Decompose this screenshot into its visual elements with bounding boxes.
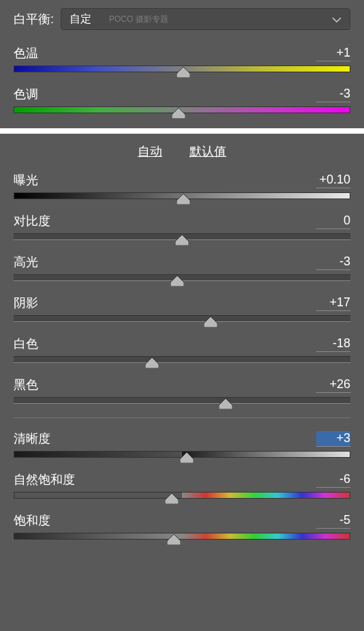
exposure-label: 曝光	[14, 172, 38, 188]
clarity-slider-row: 清晰度 +3	[14, 430, 350, 458]
clarity-value[interactable]: +3	[316, 431, 350, 447]
white-balance-row: 白平衡: 自定 POCO 摄影专题	[14, 8, 350, 30]
chevron-down-icon	[332, 13, 342, 25]
temperature-slider-row: 色温 +1	[14, 45, 350, 72]
saturation-value[interactable]: -5	[316, 513, 350, 529]
links-row: 自动 默认值	[14, 134, 350, 172]
temperature-label: 色温	[14, 45, 38, 61]
saturation-slider[interactable]	[14, 533, 350, 540]
section-divider-white	[0, 128, 364, 134]
blacks-slider[interactable]	[14, 397, 350, 404]
exposure-slider[interactable]	[14, 192, 350, 199]
blacks-thumb[interactable]	[219, 398, 232, 409]
vibrance-value[interactable]: -6	[316, 472, 350, 488]
temperature-slider[interactable]	[14, 65, 350, 72]
exposure-value[interactable]: +0.10	[316, 173, 350, 188]
saturation-label: 饱和度	[14, 512, 50, 529]
vibrance-label: 自然饱和度	[14, 471, 75, 488]
exposure-slider-row: 曝光 +0.10	[14, 172, 350, 199]
contrast-label: 对比度	[14, 213, 50, 229]
tint-thumb[interactable]	[172, 108, 185, 119]
temperature-thumb[interactable]	[177, 67, 190, 78]
auto-link[interactable]: 自动	[138, 143, 162, 160]
contrast-slider-row: 对比度 0	[14, 213, 350, 240]
blacks-label: 黑色	[14, 377, 38, 393]
default-link[interactable]: 默认值	[189, 143, 226, 160]
basic-section: 自动 默认值 曝光 +0.10 对比度 0 高光 -3	[0, 134, 364, 551]
tint-value[interactable]: -3	[316, 87, 350, 102]
highlights-slider-row: 高光 -3	[14, 254, 350, 281]
shadows-slider-row: 阴影 +17	[14, 295, 350, 322]
tint-slider-row: 色调 -3	[14, 86, 350, 113]
whites-slider-row: 白色 -18	[14, 336, 350, 363]
whites-thumb[interactable]	[145, 357, 159, 368]
contrast-slider[interactable]	[14, 233, 350, 240]
tint-label: 色调	[14, 86, 38, 102]
saturation-thumb[interactable]	[167, 534, 181, 545]
exposure-thumb[interactable]	[177, 194, 190, 205]
section-divider	[14, 417, 350, 418]
watermark-text: POCO 摄影专题	[109, 14, 168, 25]
white-balance-selected: 自定	[70, 12, 91, 27]
white-balance-label: 白平衡:	[14, 11, 54, 27]
shadows-label: 阴影	[14, 295, 38, 311]
whites-label: 白色	[14, 336, 38, 352]
contrast-thumb[interactable]	[175, 235, 189, 246]
shadows-thumb[interactable]	[204, 317, 217, 327]
highlights-value[interactable]: -3	[316, 254, 350, 270]
shadows-slider[interactable]	[14, 315, 350, 322]
clarity-thumb[interactable]	[180, 452, 194, 463]
vibrance-slider[interactable]	[14, 492, 350, 499]
contrast-value[interactable]: 0	[316, 214, 350, 229]
white-balance-dropdown[interactable]: 自定 POCO 摄影专题	[61, 8, 350, 30]
highlights-thumb[interactable]	[170, 276, 184, 287]
white-balance-section: 白平衡: 自定 POCO 摄影专题 色温 +1 色调 -3	[0, 0, 364, 128]
clarity-slider[interactable]	[14, 451, 350, 458]
whites-value[interactable]: -18	[316, 336, 350, 352]
saturation-slider-row: 饱和度 -5	[14, 512, 350, 540]
vibrance-thumb[interactable]	[165, 493, 179, 504]
clarity-label: 清晰度	[14, 430, 50, 447]
highlights-slider[interactable]	[14, 274, 350, 281]
vibrance-slider-row: 自然饱和度 -6	[14, 471, 350, 499]
blacks-slider-row: 黑色 +26	[14, 377, 350, 404]
tint-slider[interactable]	[14, 106, 350, 113]
blacks-value[interactable]: +26	[316, 377, 350, 393]
temperature-value[interactable]: +1	[316, 46, 350, 61]
whites-slider[interactable]	[14, 356, 350, 363]
highlights-label: 高光	[14, 254, 38, 270]
shadows-value[interactable]: +17	[316, 295, 350, 311]
